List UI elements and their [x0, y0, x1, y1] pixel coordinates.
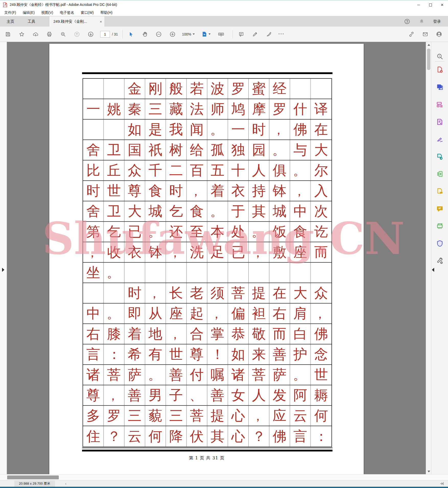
- chevron-left-icon[interactable]: ‹: [65, 481, 66, 486]
- left-panel-expand-handle[interactable]: [2, 268, 4, 272]
- tab-home[interactable]: 主页: [0, 16, 21, 27]
- grid-cell: 其: [207, 426, 228, 447]
- send-email-button[interactable]: [421, 30, 430, 39]
- save-button[interactable]: [4, 30, 12, 39]
- grid-cell: 世: [104, 181, 124, 201]
- menu-view[interactable]: 视图(V): [38, 10, 57, 16]
- highlight-pen-button[interactable]: [251, 30, 259, 39]
- grid-cell: 十: [228, 160, 249, 181]
- grid-cell: 金: [124, 79, 145, 99]
- grid-cell: 国: [124, 140, 145, 160]
- fill-sign-button[interactable]: [265, 30, 273, 39]
- send-pdf-tool[interactable]: [435, 152, 444, 161]
- select-tool-button[interactable]: [127, 30, 135, 39]
- export-excel-tool[interactable]: [435, 170, 444, 178]
- search-button[interactable]: [59, 30, 67, 39]
- comment-tool[interactable]: [435, 204, 444, 213]
- grid-cell: 一: [228, 120, 249, 140]
- grid-cell: 法: [187, 99, 207, 120]
- protect-tool[interactable]: [435, 239, 444, 248]
- tools-panel-collapse-handle[interactable]: [432, 268, 434, 272]
- vertical-scrollbar[interactable]: [426, 42, 431, 474]
- export-pdf-tool[interactable]: [435, 83, 444, 91]
- grid-cell: 罗: [269, 99, 290, 120]
- grid-cell: 善: [269, 344, 290, 365]
- page-bottom-rule-thin: [82, 448, 332, 448]
- ellipsis-icon: ···: [278, 31, 284, 37]
- login-button[interactable]: 登录: [433, 19, 441, 24]
- edit-pdf-tool[interactable]: [435, 118, 444, 126]
- grid-cell: 中: [290, 201, 311, 222]
- hand-icon: [142, 31, 148, 37]
- grid-cell: 刚: [145, 79, 166, 99]
- grid-cell: ，: [207, 304, 228, 324]
- horizontal-scrollbar-thumb[interactable]: [7, 475, 59, 479]
- horizontal-scrollbar[interactable]: [0, 474, 448, 480]
- previous-view-button[interactable]: [73, 30, 81, 39]
- document-viewport: 金刚般若波罗蜜经一姚秦三藏法师鸠摩罗什译如是我闻。一时，佛在舍卫国祇树给孤独园。…: [7, 42, 426, 474]
- search-zoom-tool[interactable]: [435, 52, 444, 61]
- fill-and-sign-tool[interactable]: [435, 135, 444, 144]
- expand-panel-icon[interactable]: [439, 481, 444, 486]
- favorites-button[interactable]: [17, 30, 26, 39]
- grid-cell: 何: [311, 406, 331, 426]
- menu-file[interactable]: 文件(F): [1, 10, 19, 16]
- add-tools-tool[interactable]: [435, 257, 444, 265]
- acrobat-window: 249.顾仲安《金刚经》楷书字帖.pdf - Adobe Acrobat Pro…: [0, 0, 448, 488]
- tab-document[interactable]: 249.顾仲安《金刚... ×: [49, 16, 105, 27]
- page-fit-dropdown[interactable]: [200, 30, 212, 39]
- grid-cell: 经: [269, 79, 290, 99]
- upload-cloud-button[interactable]: [31, 30, 40, 39]
- window-maximize-button[interactable]: [424, 0, 436, 9]
- grid-cell: ，: [249, 406, 269, 426]
- scrolling-mode-button[interactable]: [217, 30, 225, 39]
- menu-window[interactable]: 窗口(W): [77, 10, 97, 16]
- comment-note-icon: [238, 31, 244, 37]
- window-minimize-button[interactable]: ─: [413, 0, 424, 9]
- scroll-up-arrow[interactable]: [426, 42, 431, 47]
- tab-tools[interactable]: 工具: [21, 16, 42, 27]
- vertical-scrollbar-thumb[interactable]: [427, 49, 430, 70]
- next-view-button[interactable]: [86, 30, 95, 39]
- grid-cell: 佛: [311, 324, 331, 344]
- share-link-button[interactable]: [407, 30, 416, 39]
- grid-cell: 食: [145, 181, 166, 201]
- grid-cell: ，: [187, 181, 207, 201]
- create-pdf-tool[interactable]: [435, 65, 444, 74]
- combine-review-tool[interactable]: [435, 187, 444, 196]
- grid-cell: 即: [124, 304, 145, 324]
- grid-cell: [187, 263, 207, 283]
- window-close-button[interactable]: ×: [436, 0, 448, 9]
- zoom-in-button[interactable]: [168, 30, 177, 39]
- grid-cell: 付: [187, 365, 207, 385]
- comment-button[interactable]: [237, 30, 246, 39]
- tab-document-label: 249.顾仲安《金刚...: [53, 19, 87, 24]
- menu-esign[interactable]: 电子签名: [56, 10, 77, 16]
- help-icon[interactable]: [404, 18, 410, 25]
- grid-cell: 萨: [269, 365, 290, 385]
- grid-cell: 还: [166, 222, 187, 242]
- grid-cell: 入: [311, 181, 331, 201]
- more-tools-button[interactable]: ···: [278, 30, 287, 39]
- zoom-out-button[interactable]: [154, 30, 163, 39]
- menu-edit[interactable]: 编辑(E): [19, 10, 38, 16]
- menu-help[interactable]: 帮助(H): [97, 10, 116, 16]
- grid-cell: 尊: [124, 181, 145, 201]
- page-number-input[interactable]: [100, 31, 110, 38]
- zoom-level-dropdown[interactable]: 100%: [182, 32, 195, 36]
- scroll-down-arrow[interactable]: [426, 469, 431, 474]
- profile-button[interactable]: [435, 30, 443, 39]
- tab-close-icon[interactable]: ×: [100, 19, 102, 24]
- notifications-bell-icon[interactable]: [419, 18, 424, 25]
- grid-cell: 何: [145, 426, 166, 447]
- grid-cell: 祇: [145, 140, 166, 160]
- grid-cell: 。: [104, 304, 124, 324]
- hand-tool-button[interactable]: [141, 30, 149, 39]
- grid-cell: 树: [166, 140, 187, 160]
- grid-cell: 姚: [104, 99, 124, 120]
- grid-cell: 降: [166, 426, 187, 447]
- grid-cell: 袒: [249, 304, 269, 324]
- print-button[interactable]: [45, 30, 54, 39]
- organize-pages-tool[interactable]: [435, 100, 444, 109]
- scan-enhance-tool[interactable]: [435, 222, 444, 230]
